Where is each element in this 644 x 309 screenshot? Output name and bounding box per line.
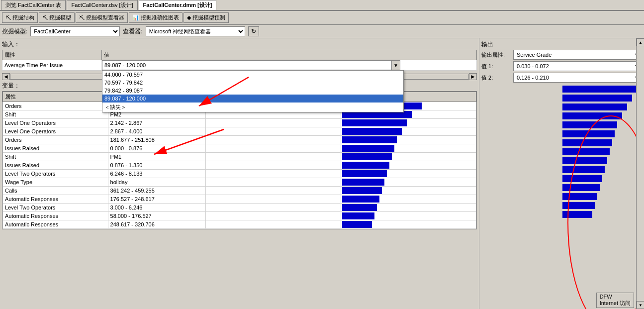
bar-row — [562, 202, 595, 209]
refresh-button[interactable]: ↻ — [248, 26, 259, 36]
var-bar-left — [205, 144, 341, 153]
var-bar-right — [341, 212, 476, 220]
bar-row — [562, 193, 597, 200]
bar-row — [481, 173, 560, 180]
output-val1-label: 值 1: — [481, 63, 511, 70]
var-value-cell: 0.876 - 1.350 — [108, 161, 205, 170]
var-value-cell: holiday — [108, 178, 205, 187]
dropdown-item-2[interactable]: 70.597 - 79.842 — [102, 79, 403, 87]
model-select[interactable]: FactCallCenter — [30, 26, 120, 36]
var-bar-right — [341, 127, 476, 136]
table-row: Automatic Responses248.617 - 320.706 — [3, 220, 476, 229]
accuracy-chart-btn[interactable]: 📊 挖掘准确性图表 — [129, 12, 183, 23]
var-attr-cell: Issues Raised — [3, 144, 108, 153]
viewer-select[interactable]: Microsoft 神经网络查看器 — [146, 26, 245, 36]
var-bar-left — [205, 187, 341, 195]
bar-row — [481, 102, 560, 108]
table-row: Level Two Operators6.246 - 8.133 — [3, 170, 476, 178]
dropdown-item-1[interactable]: 44.000 - 70.597 — [102, 71, 403, 79]
dropdown-popup: 44.000 - 70.597 70.597 - 79.842 79.842 -… — [102, 70, 404, 112]
mining-structure-btn[interactable]: ⛏ 挖掘结构 — [2, 12, 38, 23]
var-bar-right — [341, 178, 476, 187]
dropdown-item-5[interactable]: ＜缺失＞ — [102, 103, 403, 112]
var-attr-cell: Automatic Responses — [3, 195, 108, 204]
var-value-cell: 2.867 - 4.000 — [108, 127, 205, 136]
right-scrollbar[interactable]: ▲ ▼ — [636, 38, 644, 309]
var-bar-right — [341, 220, 476, 229]
chart-col-left — [481, 86, 560, 219]
charts-area — [481, 86, 642, 219]
var-bar-right — [341, 170, 476, 178]
input-attr-cell: Average Time Per Issue — [2, 60, 102, 71]
tab-browse[interactable]: 浏览 FactCallCenter 表 — [1, 0, 66, 10]
scroll-left-btn[interactable]: ◄ — [2, 73, 10, 80]
var-bar-left — [205, 195, 341, 204]
table-row: Average Time Per Issue ▼ 44.000 - 70.597 — [2, 60, 477, 71]
bar-row — [481, 86, 560, 93]
bar-row — [481, 141, 560, 148]
table-row: Orders181.677 - 251.808 — [3, 136, 476, 144]
tab-dmm-label: FactCallCenter.dmm [设计] — [143, 1, 212, 9]
output-val1-select[interactable]: 0.030 - 0.072 — [513, 61, 642, 71]
table-row: Automatic Responses58.000 - 176.527 — [3, 212, 476, 220]
mining-model-btn[interactable]: ⛏ 挖掘模型 — [39, 12, 75, 23]
vars-col-attr: 属性 — [3, 92, 108, 102]
bar-row — [481, 189, 560, 196]
table-row: Automatic Responses176.527 - 248.617 — [3, 195, 476, 204]
var-attr-cell: Orders — [3, 136, 108, 144]
var-bar-right — [341, 136, 476, 144]
var-value-cell: 248.617 - 320.706 — [108, 220, 205, 229]
table-row: Issues Raised0.876 - 1.350 — [3, 161, 476, 170]
dropdown-input[interactable] — [102, 60, 400, 70]
bar-row — [562, 175, 602, 182]
output-attr-select[interactable]: Service Grade — [513, 50, 642, 60]
bar-row — [562, 112, 622, 119]
input-section-label: 输入： — [2, 40, 477, 49]
accuracy-chart-icon: 📊 — [132, 14, 139, 21]
tab-dsv[interactable]: FactCallCenter.dsv [设计] — [67, 0, 137, 10]
dropdown-arrow[interactable]: ▼ — [391, 60, 400, 70]
output-val1-row: 值 1: 0.030 - 0.072 — [481, 61, 642, 71]
bar-row — [562, 211, 592, 218]
mining-model-label: 挖掘模型 — [49, 14, 71, 21]
dropdown-item-4[interactable]: 89.087 - 120.000 — [102, 95, 403, 103]
var-attr-cell: Level One Operators — [3, 119, 108, 127]
output-val2-select[interactable]: 0.126 - 0.210 — [513, 73, 642, 83]
table-row: Calls361.242 - 459.255 — [3, 187, 476, 195]
prediction-btn[interactable]: ◆ 挖掘模型预测 — [184, 12, 229, 23]
var-bar-left — [205, 204, 341, 212]
bar-row — [481, 165, 560, 172]
bar-row — [481, 94, 560, 101]
mining-viewer-btn[interactable]: ⛏ 挖掘模型查看器 — [76, 12, 128, 23]
scrollbar-down-btn[interactable]: ▼ — [637, 301, 644, 309]
tab-dsv-label: FactCallCenter.dsv [设计] — [71, 1, 133, 9]
var-bar-left — [205, 161, 341, 170]
var-bar-left — [205, 153, 341, 161]
var-attr-cell: Automatic Responses — [3, 220, 108, 229]
bar-row — [562, 139, 612, 146]
scrollbar-up-btn[interactable]: ▲ — [637, 38, 644, 46]
tab-dmm[interactable]: FactCallCenter.dmm [设计] — [139, 0, 217, 10]
var-attr-cell: Shift — [3, 110, 108, 119]
input-col-value: 值 — [102, 50, 477, 60]
bar-row — [481, 109, 560, 116]
var-bar-left — [205, 119, 341, 127]
output-attr-label: 输出属性: — [481, 51, 511, 59]
status-bar: DFWInternet 访问 — [596, 293, 634, 308]
var-attr-cell: Wage Type — [3, 178, 108, 187]
input-table: 属性 值 Average Time Per Issue ▼ — [2, 50, 477, 71]
scroll-right-btn[interactable]: ► — [469, 73, 477, 80]
var-attr-cell: Level Two Operators — [3, 170, 108, 178]
prediction-icon: ◆ — [187, 14, 191, 21]
var-attr-cell: Level One Operators — [3, 127, 108, 136]
var-bar-left — [205, 170, 341, 178]
var-attr-cell: Shift — [3, 153, 108, 161]
model-label: 挖掘模型: — [2, 27, 27, 36]
var-bar-right — [341, 204, 476, 212]
dropdown-item-3[interactable]: 79.842 - 89.087 — [102, 87, 403, 95]
var-attr-cell: Automatic Responses — [3, 212, 108, 220]
bar-row — [481, 117, 560, 124]
dropdown-container: ▼ 44.000 - 70.597 70.597 - 79.842 79.842… — [102, 60, 400, 70]
input-section: 输入： 属性 值 Average Time Per Issue — [2, 40, 477, 71]
var-bar-left — [205, 136, 341, 144]
